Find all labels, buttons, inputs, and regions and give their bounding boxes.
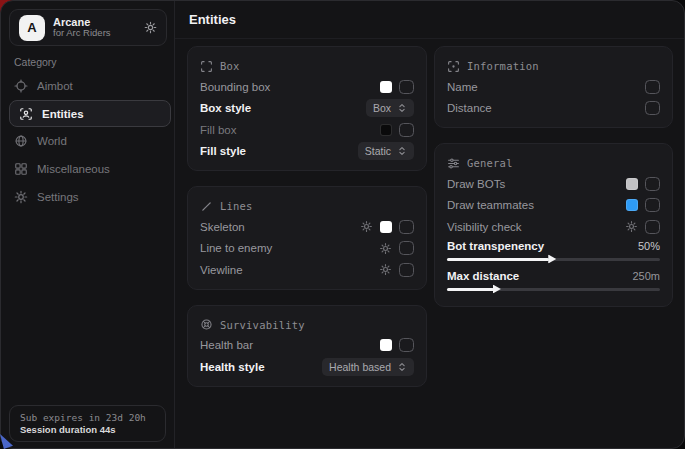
gear-icon[interactable] — [379, 263, 392, 276]
viewline-checkbox[interactable] — [399, 263, 414, 277]
skeleton-label: Skeleton — [200, 221, 245, 233]
max-distance-label: Max distance — [447, 270, 519, 282]
name-label: Name — [447, 81, 478, 93]
health-style-row: Health style Health based — [200, 356, 414, 378]
distance-checkbox[interactable] — [645, 101, 660, 115]
sidebar-item-aimbot[interactable]: Aimbot — [1, 72, 174, 100]
brand-card: A Arcane for Arc Riders — [9, 9, 167, 46]
subscription-status-card: Sub expires in 23d 20h Session duration … — [9, 405, 166, 442]
line-icon — [200, 200, 213, 213]
fill-style-label: Fill style — [200, 145, 246, 157]
health-style-select[interactable]: Health based — [322, 358, 414, 376]
sub-expiry-text: Sub expires in 23d 20h — [20, 412, 155, 423]
bot-transparency-label: Bot transpenency — [447, 240, 544, 252]
chevrons-up-down-icon — [397, 146, 407, 156]
gear-icon[interactable] — [360, 220, 373, 233]
sidebar-item-label: Entities — [42, 108, 84, 120]
slider-handle[interactable] — [548, 255, 556, 264]
viewline-label: Viewline — [200, 264, 243, 276]
bot-transparency-row: Bot transpenency 50% — [447, 238, 660, 255]
draw-bots-label: Draw BOTs — [447, 178, 505, 190]
gear-icon[interactable] — [144, 21, 157, 34]
health-style-value: Health based — [329, 361, 391, 373]
sidebar-item-label: World — [37, 135, 67, 147]
box-style-select[interactable]: Box — [366, 99, 414, 117]
lines-card: Lines Skeleton Line to enemy — [187, 186, 427, 290]
card-title: Survivability — [220, 319, 305, 331]
draw-bots-color-swatch[interactable] — [626, 178, 638, 190]
sidebar-item-entities[interactable]: Entities — [9, 100, 171, 127]
max-distance-value: 250m — [632, 270, 660, 282]
page-title: Entities — [189, 12, 236, 27]
gear-icon[interactable] — [379, 242, 392, 255]
sidebar-item-label: Miscellaneous — [37, 163, 110, 175]
box-style-label: Box style — [200, 102, 251, 114]
chevrons-up-down-icon — [397, 103, 407, 113]
general-card: General Draw BOTs Draw teammates — [434, 143, 673, 307]
brand-subtitle: for Arc Riders — [53, 28, 111, 39]
health-bar-color-swatch[interactable] — [380, 339, 392, 351]
line-to-enemy-row: Line to enemy — [200, 238, 414, 260]
session-duration-text: Session duration 44s — [20, 424, 155, 435]
fill-box-label: Fill box — [200, 124, 236, 136]
gear-icon[interactable] — [625, 220, 638, 233]
brand-logo: A — [19, 15, 45, 41]
skeleton-color-swatch[interactable] — [380, 221, 392, 233]
bounding-box-row: Bounding box — [200, 76, 414, 98]
brackets-icon — [200, 60, 213, 73]
fill-style-select[interactable]: Static — [358, 142, 414, 160]
draw-teammates-color-swatch[interactable] — [626, 199, 638, 211]
skeleton-checkbox[interactable] — [399, 220, 414, 234]
fill-box-row: Fill box — [200, 119, 414, 141]
distance-label: Distance — [447, 102, 492, 114]
card-title: General — [467, 157, 513, 169]
crosshair-icon — [14, 79, 28, 93]
bounding-box-label: Bounding box — [200, 81, 270, 93]
line-to-enemy-checkbox[interactable] — [399, 241, 414, 255]
health-style-label: Health style — [200, 361, 265, 373]
draw-bots-checkbox[interactable] — [645, 177, 660, 191]
card-title: Lines — [220, 200, 253, 212]
sidebar-item-settings[interactable]: Settings — [1, 183, 174, 211]
visibility-check-checkbox[interactable] — [645, 220, 660, 234]
sidebar-item-label: Aimbot — [37, 80, 73, 92]
main-header: Entities — [175, 1, 684, 39]
fill-box-color-swatch[interactable] — [380, 124, 392, 136]
visibility-check-label: Visibility check — [447, 221, 522, 233]
box-card: Box Bounding box Box style Box — [187, 46, 427, 171]
sidebar-item-miscellaneous[interactable]: Miscellaneous — [1, 155, 174, 183]
name-checkbox[interactable] — [645, 80, 660, 94]
max-distance-row: Max distance 250m — [447, 268, 660, 285]
survivability-card: Survivability Health bar Health style He… — [187, 305, 427, 387]
information-card: Information Name Distance — [434, 46, 673, 128]
fill-box-checkbox[interactable] — [399, 123, 414, 137]
draw-teammates-row: Draw teammates — [447, 195, 660, 217]
gear-icon — [14, 190, 28, 204]
card-title: Box — [220, 60, 240, 72]
globe-icon — [14, 134, 28, 148]
fill-style-row: Fill style Static — [200, 141, 414, 163]
slider-handle[interactable] — [493, 285, 501, 294]
name-row: Name — [447, 76, 660, 98]
bot-transparency-slider[interactable] — [447, 258, 660, 261]
sidebar-item-world[interactable]: World — [1, 127, 174, 155]
line-to-enemy-label: Line to enemy — [200, 242, 272, 254]
bounding-box-checkbox[interactable] — [399, 80, 414, 94]
health-bar-checkbox[interactable] — [399, 338, 414, 352]
viewline-row: Viewline — [200, 259, 414, 281]
card-title: Information — [467, 60, 539, 72]
max-distance-slider[interactable] — [447, 288, 660, 291]
distance-row: Distance — [447, 98, 660, 120]
main-content: Entities Box Bounding box — [175, 1, 684, 448]
sidebar-nav: Aimbot Entities World — [1, 72, 174, 211]
box-style-value: Box — [373, 102, 391, 114]
bot-transparency-value: 50% — [638, 240, 660, 252]
bounding-box-color-swatch[interactable] — [380, 81, 392, 93]
draw-bots-row: Draw BOTs — [447, 173, 660, 195]
grid-icon — [14, 162, 28, 176]
visibility-check-row: Visibility check — [447, 216, 660, 238]
fill-style-value: Static — [365, 145, 391, 157]
sliders-icon — [447, 157, 460, 170]
chevrons-up-down-icon — [397, 362, 407, 372]
draw-teammates-checkbox[interactable] — [645, 198, 660, 212]
